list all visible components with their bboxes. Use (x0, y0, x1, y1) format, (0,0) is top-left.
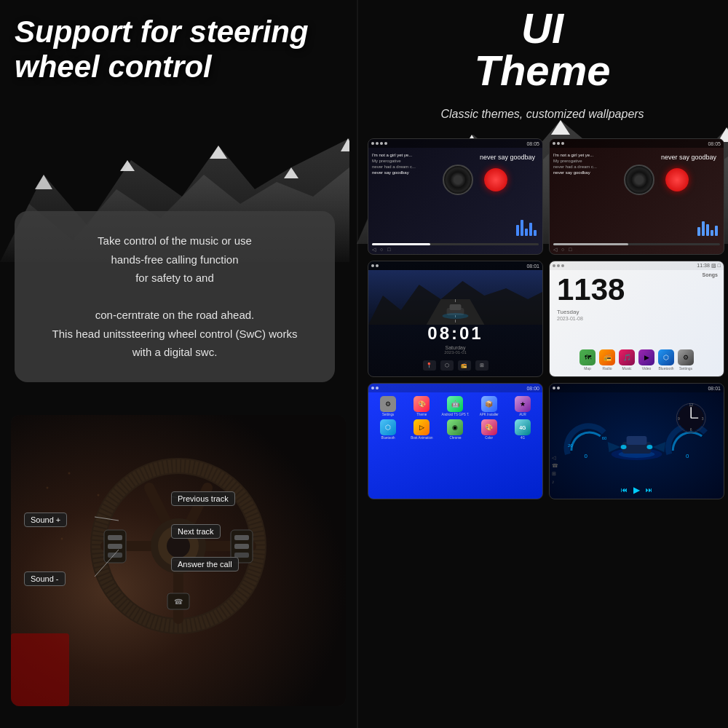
side-nav-3: ⊞ (552, 471, 558, 477)
chrome-app-label: Chrome (449, 436, 461, 440)
steering-image-area: ☎ Sound + Sound - Previous track Next tr… (11, 415, 346, 706)
dashboard-svg: 0 20 60 0 (550, 392, 724, 487)
screens-grid: 08:05 I'm not a girl yet ye... My prerog… (368, 138, 724, 499)
screen-4-day: Tuesday (557, 309, 579, 315)
bluetooth-icon: ⬡ (445, 363, 449, 368)
dot (376, 387, 379, 389)
screen-2-progress-bg (553, 243, 720, 245)
road-svg (368, 270, 542, 325)
screen-2-time: 08:05 (708, 141, 721, 146)
app-settings-icon[interactable]: ⚙ (678, 349, 694, 365)
fourg-app-icon[interactable]: 4G (515, 419, 531, 435)
left-panel: Support for steering wheel control Take … (0, 0, 357, 728)
screen-2-bars (697, 221, 718, 236)
app-bt-cell: ⬡ Bluetooth (373, 419, 403, 440)
description-box: Take control of the music or use hands-f… (15, 211, 335, 382)
screen-2-nav: ◁ ○ □ (553, 247, 571, 253)
track-list-2: I'm not a girl yet ye... My prerogative … (553, 152, 619, 175)
app-bluetooth: ⬡ Bluetooth (658, 349, 674, 371)
bar-5 (534, 230, 537, 236)
status-dots-4 (553, 264, 564, 267)
bar-3 (525, 229, 528, 236)
screen-3-clock-display: 08:01 (368, 323, 542, 344)
screen-1-bars (516, 220, 537, 236)
svg-rect-30 (234, 544, 249, 549)
status-dots-5 (371, 387, 379, 389)
apk-app-icon[interactable]: 📦 (481, 396, 497, 412)
screen-3-road-scene (368, 270, 542, 325)
svg-point-9 (68, 472, 71, 475)
theme-app-label: Theme (416, 413, 427, 416)
screen-1-song-title: never say goodbay (480, 154, 535, 161)
screen-card-2: 08:05 I'm not a girl yet ye... My prerog… (549, 138, 724, 255)
app-music: 🎵 Music (619, 349, 635, 371)
nav-icon-2: ○ (380, 247, 383, 253)
screen-4-topbar: 11:38 ▨ □ (550, 261, 724, 270)
screen-3-date2: 2023-01-01 (368, 350, 542, 355)
svg-rect-13 (11, 633, 69, 706)
nav-bt-icon: ⬡ (440, 360, 454, 371)
nav-icon-5: ○ (561, 247, 564, 253)
apk-app-label: APK Installer (480, 413, 499, 416)
side-nav-1: ◁ (552, 455, 558, 461)
screen-6-side-nav: ◁ ☎ ⊞ ♪ (552, 455, 558, 484)
status-dots-1 (371, 142, 387, 145)
app-map-icon[interactable]: 🗺 (579, 349, 596, 365)
dot (371, 387, 374, 389)
dot (557, 142, 560, 145)
nav-icon-6: □ (569, 247, 571, 253)
screen-6-topbar: 08:01 (550, 384, 724, 392)
screen-4-date: 2023-01-08 (557, 316, 583, 321)
app-aur-cell: ★ AUR (507, 396, 538, 416)
screen-3-date: Saturday (368, 345, 542, 350)
androidts-app-label: Android TS GPS T. (442, 413, 470, 416)
app-bluetooth-icon[interactable]: ⬡ (658, 349, 674, 365)
svg-rect-29 (234, 535, 249, 540)
dot (371, 142, 374, 145)
screen-4-hour: 11 (557, 274, 591, 305)
app-map-label: Map (584, 366, 591, 371)
bar-1 (516, 225, 519, 236)
screen-1-time: 08:05 (526, 141, 539, 146)
screen-2-play-btn[interactable] (665, 168, 689, 191)
dot (371, 264, 374, 267)
screen-1-play-btn[interactable] (484, 168, 507, 191)
app-radio-icon[interactable]: 📻 (599, 349, 615, 365)
settings-app-icon[interactable]: ⚙ (380, 396, 396, 412)
app-music-icon[interactable]: 🎵 (619, 349, 635, 365)
screen-card-4: 11:38 ▨ □ Songs 11 38 Tuesday 2023-01-08… (549, 261, 724, 377)
track-2-item-1: I'm not a girl yet ye... (553, 152, 619, 158)
track-2-item-4: never say goodbay (553, 170, 619, 175)
svg-text:60: 60 (602, 436, 607, 440)
bootanim-app-icon[interactable]: ▷ (414, 419, 430, 435)
screen-6-controls: ⏮ ▶ ⏭ (550, 485, 724, 495)
steering-wheel-svg: ☎ (84, 451, 273, 655)
app-color-cell: 🎨 Color (474, 419, 505, 440)
chrome-app-icon[interactable]: ◉ (447, 419, 463, 435)
screen-5-time: 08:00 (526, 386, 539, 391)
aur-app-label: AUR (519, 413, 526, 416)
bar-1 (697, 227, 700, 236)
svg-rect-52 (450, 304, 462, 310)
screen-1-nav: ◁ ○ □ (372, 247, 390, 253)
app-radio: 📻 Radio (599, 349, 615, 371)
dot (376, 142, 379, 145)
side-nav-4: ♪ (552, 479, 558, 484)
bt-app-icon[interactable]: ⬡ (380, 419, 396, 435)
dot (553, 387, 555, 389)
androidts-app-icon[interactable]: 🤖 (447, 396, 463, 412)
theme-app-icon[interactable]: 🎨 (414, 396, 430, 412)
dot (561, 142, 564, 145)
bar-4 (711, 230, 713, 236)
bar-2 (521, 220, 523, 236)
app-settings: ⚙ Settings (678, 349, 694, 371)
screen-1-progress-bg (372, 243, 539, 245)
aur-app-icon[interactable]: ★ (515, 396, 531, 412)
app-apk-cell: 📦 APK Installer (474, 396, 505, 416)
app-video-icon[interactable]: ▶ (638, 349, 654, 365)
color-app-icon[interactable]: 🎨 (481, 419, 497, 435)
map-icon: 📍 (426, 363, 432, 368)
svg-marker-3 (210, 146, 227, 159)
screen-2-vinyl (624, 165, 654, 195)
steering-title: Support for steering wheel control (15, 15, 320, 85)
